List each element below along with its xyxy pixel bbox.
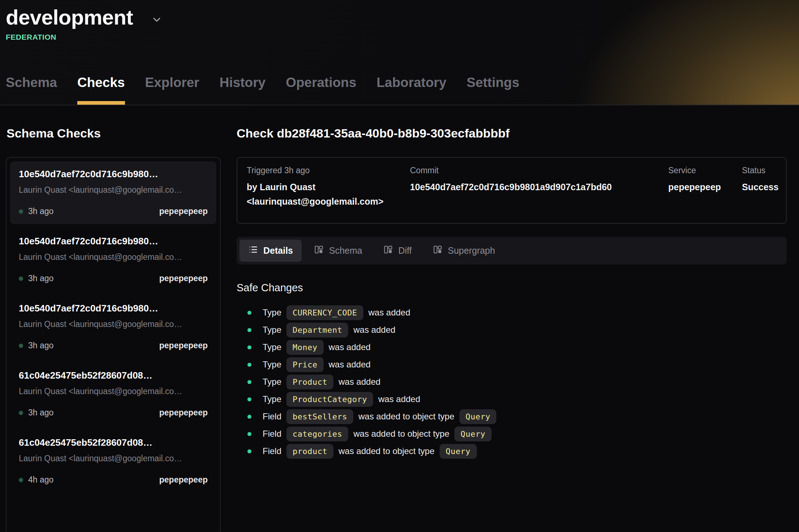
change-suffix: was added to object type [338, 446, 435, 456]
check-id: 10e540d7aef72c0d716c9b980… [19, 169, 208, 180]
app-header: development FEDERATION Schema Checks Exp… [0, 0, 799, 105]
bullet-icon [247, 311, 251, 315]
change-prefix: Type [263, 359, 281, 370]
tab-diff-label: Diff [398, 245, 412, 256]
nav-tab-history[interactable]: History [220, 75, 265, 105]
bullet-icon [247, 363, 251, 367]
check-service: pepepepeep [159, 475, 208, 485]
change-prefix: Type [263, 377, 281, 387]
tab-schema[interactable]: Schema [305, 240, 371, 262]
project-type-badge: FEDERATION [6, 33, 799, 42]
project-selector[interactable]: development [6, 5, 163, 29]
change-prefix: Type [263, 342, 281, 352]
tab-supergraph-label: Supergraph [448, 245, 495, 256]
change-item: Type Department was added [237, 321, 787, 339]
info-status: Status Success [742, 166, 778, 209]
change-code-chip: categories [286, 427, 348, 441]
check-service: pepepepeep [159, 408, 208, 418]
change-prefix: Type [263, 308, 281, 318]
nav-tab-schema[interactable]: Schema [6, 75, 57, 105]
check-list: 10e540d7aef72c0d716c9b980… Laurin Quast … [6, 157, 221, 532]
main-nav: Schema Checks Explorer History Operation… [6, 75, 519, 105]
change-code-chip: CURRENCY_CODE [286, 305, 363, 320]
change-prefix: Type [263, 394, 281, 404]
check-id: 61c04e25475eb52f28607d08… [19, 370, 208, 381]
bullet-icon [247, 380, 251, 384]
info-triggered: Triggered 3h ago by Laurin Quast <laurin… [247, 166, 410, 209]
bullet-icon [247, 345, 251, 349]
change-code-chip: Department [286, 323, 348, 337]
check-author: Laurin Quast <laurinquast@googlemail.co… [19, 252, 208, 262]
nav-tab-settings[interactable]: Settings [467, 75, 519, 105]
change-item: Field bestSellers was added to object ty… [237, 408, 787, 425]
check-author: Laurin Quast <laurinquast@googlemail.co… [19, 319, 208, 329]
change-suffix: was added to object type [358, 411, 454, 422]
service-value: pepepepeep [668, 180, 742, 194]
triggered-label: Triggered 3h ago [247, 166, 410, 175]
service-label: Service [668, 166, 742, 175]
change-item: Type ProductCategory was added [237, 391, 787, 408]
change-item: Field product was added to object type Q… [237, 442, 787, 460]
change-item: Type Price was added [237, 356, 787, 373]
status-dot-icon [19, 478, 23, 482]
nav-tab-checks[interactable]: Checks [77, 75, 125, 105]
check-service: pepepepeep [159, 206, 208, 216]
change-prefix: Field [263, 429, 281, 439]
change-prefix: Field [263, 411, 281, 422]
check-author: Laurin Quast <laurinquast@googlemail.co… [19, 387, 208, 396]
info-service: Service pepepepeep [668, 166, 742, 209]
check-list-item[interactable]: 61c04e25475eb52f28607d08… Laurin Quast <… [10, 430, 216, 493]
change-item: Type CURRENCY_CODE was added [237, 304, 787, 321]
change-prefix: Type [263, 325, 281, 335]
change-code-chip: Query [440, 444, 477, 459]
commit-value: 10e540d7aef72c0d716c9b9801a9d907c1a7bd60 [410, 180, 668, 194]
status-dot-icon [19, 276, 23, 281]
columns-icon [383, 245, 393, 257]
tab-details-label: Details [263, 245, 293, 256]
nav-tab-operations[interactable]: Operations [286, 75, 356, 105]
info-commit: Commit 10e540d7aef72c0d716c9b9801a9d907c… [410, 166, 668, 209]
tab-schema-label: Schema [329, 245, 362, 256]
bullet-icon [247, 415, 251, 419]
check-detail-title: Check db28f481-35aa-40b0-b8b9-303ecfabbb… [237, 126, 787, 140]
change-item: Type Money was added [237, 339, 787, 356]
project-name: development [6, 5, 133, 29]
safe-changes-title: Safe Changes [237, 282, 787, 294]
tab-supergraph[interactable]: Supergraph [424, 240, 504, 262]
check-list-item[interactable]: 10e540d7aef72c0d716c9b980… Laurin Quast … [10, 228, 216, 291]
nav-tab-explorer[interactable]: Explorer [145, 75, 199, 105]
change-item: Type Product was added [237, 373, 787, 391]
check-list-item[interactable]: 10e540d7aef72c0d716c9b980… Laurin Quast … [10, 296, 216, 358]
nav-tab-laboratory[interactable]: Laboratory [377, 75, 446, 105]
check-id: 10e540d7aef72c0d716c9b980… [19, 303, 208, 314]
main-content: Schema Checks 10e540d7aef72c0d716c9b980…… [0, 105, 799, 531]
chevron-down-icon [151, 14, 163, 25]
check-list-item[interactable]: 61c04e25475eb52f28607d08… Laurin Quast <… [10, 363, 216, 426]
check-info-box: Triggered 3h ago by Laurin Quast <laurin… [237, 157, 787, 224]
tab-details[interactable]: Details [239, 240, 302, 262]
list-icon [248, 245, 258, 257]
check-list-item[interactable]: 10e540d7aef72c0d716c9b980… Laurin Quast … [10, 161, 216, 224]
change-suffix: was added [378, 394, 420, 404]
status-dot-icon [19, 411, 23, 415]
change-prefix: Field [263, 446, 281, 456]
change-code-chip: Query [454, 427, 492, 441]
commit-label: Commit [410, 166, 668, 175]
change-suffix: was added [329, 359, 371, 370]
bullet-icon [247, 328, 251, 332]
status-value: Success [742, 180, 778, 194]
bullet-icon [247, 449, 251, 453]
check-id: 61c04e25475eb52f28607d08… [19, 437, 208, 448]
change-suffix: was added [338, 377, 380, 387]
change-code-chip: Query [459, 409, 497, 424]
check-time: 3h ago [28, 408, 53, 418]
change-code-chip: Product [286, 375, 333, 389]
change-code-chip: bestSellers [286, 409, 353, 424]
schema-checks-title: Schema Checks [7, 126, 221, 140]
bullet-icon [247, 397, 251, 401]
status-label: Status [742, 166, 778, 175]
change-suffix: was added [368, 308, 410, 318]
bullet-icon [247, 432, 251, 436]
safe-changes-list: Type CURRENCY_CODE was added Type Depart… [237, 304, 787, 460]
tab-diff[interactable]: Diff [375, 240, 420, 262]
